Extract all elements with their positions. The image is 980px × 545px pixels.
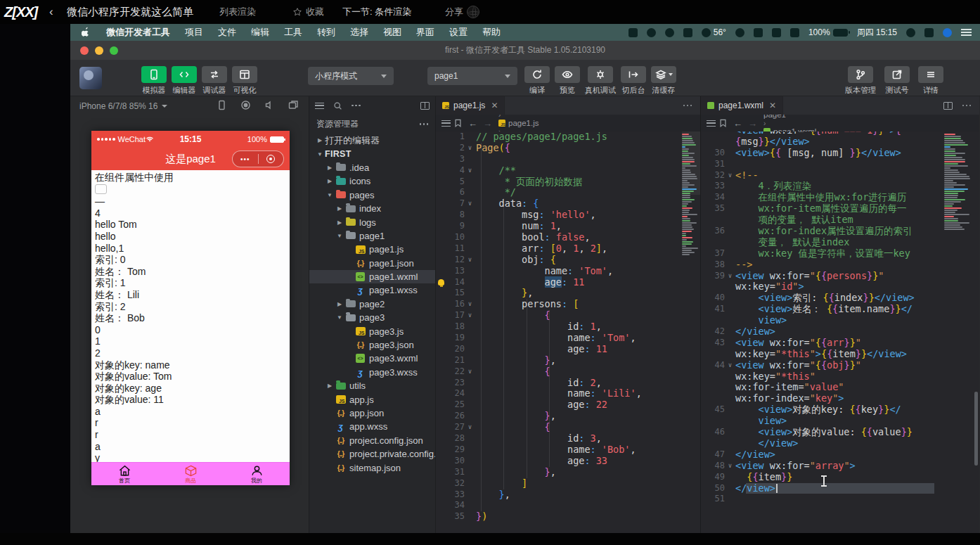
clock-item[interactable]: 周四 15:15 xyxy=(857,27,897,39)
bluetooth-icon[interactable] xyxy=(754,28,763,37)
fold-arrow-icon[interactable]: ∨ xyxy=(465,422,475,433)
user-avatar[interactable] xyxy=(79,67,102,89)
menu-bars-icon[interactable] xyxy=(315,103,324,109)
tree-item-index[interactable]: ▶index xyxy=(309,202,435,215)
tree-item-app.js[interactable]: JSapp.js xyxy=(309,392,435,406)
tree-item-sitemap.json[interactable]: {..}sitemap.json xyxy=(309,461,435,474)
checkbox[interactable] xyxy=(95,184,107,194)
split-editor-icon[interactable] xyxy=(420,102,430,110)
visual-button[interactable] xyxy=(232,66,257,83)
search-icon[interactable] xyxy=(333,101,342,110)
test-account-button[interactable] xyxy=(884,66,910,83)
breadcrumb-page1.js[interactable]: JSpage1.js xyxy=(498,119,539,127)
details-button[interactable] xyxy=(918,66,943,83)
tree-item-project.config.json[interactable]: {..}project.config.json xyxy=(309,434,435,447)
tree-item-page3.wxss[interactable]: ʒpage3.wxss xyxy=(309,366,435,379)
tree-item-logs[interactable]: ▶logs xyxy=(309,215,435,229)
volume-icon[interactable] xyxy=(790,28,799,37)
fold-arrow-icon[interactable]: ∨ xyxy=(725,461,735,472)
bookmark-icon[interactable] xyxy=(454,119,462,127)
qq-icon[interactable] xyxy=(647,28,656,37)
tree-item-utils[interactable]: ▶utils xyxy=(309,379,435,392)
split-editor-icon[interactable] xyxy=(943,102,953,110)
shottr-icon[interactable] xyxy=(924,28,934,37)
fold-arrow-icon[interactable]: ∨ xyxy=(725,360,735,371)
fold-arrow-icon[interactable]: ∨ xyxy=(465,310,475,321)
more-icon[interactable] xyxy=(683,105,692,107)
mode-select[interactable]: 小程序模式 xyxy=(308,67,394,85)
debugger-button[interactable] xyxy=(202,66,227,83)
tree-item-.idea[interactable]: ▶.idea xyxy=(309,161,435,174)
preview-button[interactable] xyxy=(555,66,580,83)
close-icon[interactable]: ✕ xyxy=(769,101,776,110)
share-button[interactable]: 分享 xyxy=(445,0,463,24)
tab-page1-js[interactable]: JS page1.js ✕ xyxy=(436,96,505,115)
back-arrow-icon[interactable]: ← xyxy=(733,118,742,129)
tree-item-page1.wxml[interactable]: <>page1.wxml xyxy=(309,270,435,283)
device-icon[interactable] xyxy=(217,100,227,113)
safari-icon[interactable] xyxy=(943,28,952,37)
minimap[interactable] xyxy=(944,134,972,230)
menu-item-文件[interactable]: 文件 xyxy=(218,26,236,39)
menu-item-项目[interactable]: 项目 xyxy=(185,26,203,39)
tree-item-project.private.config...[interactable]: {..}project.private.config... xyxy=(309,447,435,461)
windows-icon[interactable] xyxy=(288,100,299,113)
close-icon[interactable]: ✕ xyxy=(491,101,498,110)
tab-cube[interactable]: 商品 xyxy=(157,463,224,485)
more-button[interactable]: ••• xyxy=(233,155,258,163)
tree-item-app.wxss[interactable]: ʒapp.wxss xyxy=(309,420,435,433)
screen-record-icon[interactable] xyxy=(628,28,638,37)
scrollbar-thumb[interactable] xyxy=(974,392,978,466)
fold-arrow-icon[interactable]: ∨ xyxy=(465,198,475,210)
background-switch-button[interactable] xyxy=(621,66,646,83)
weather-icon[interactable]: 56° xyxy=(702,27,726,37)
back-arrow-icon[interactable]: ← xyxy=(468,118,477,129)
fold-arrow-icon[interactable]: ∨ xyxy=(725,271,735,282)
tree-item-打开的编辑器[interactable]: ▶打开的编辑器 xyxy=(309,134,435,147)
airdrop-icon[interactable] xyxy=(772,28,781,37)
close-minipage-button[interactable] xyxy=(259,155,284,163)
tree-item-page1.js[interactable]: JSpage1.js xyxy=(309,243,435,256)
tree-item-page1.json[interactable]: {..}page1.json xyxy=(309,257,435,270)
page-select[interactable]: page1 xyxy=(427,67,517,85)
menu-item-选择[interactable]: 选择 xyxy=(350,26,368,39)
menu-item-帮助[interactable]: 帮助 xyxy=(482,26,501,39)
menu-app-name[interactable]: 微信开发者工具 xyxy=(106,26,170,39)
lightbulb-icon[interactable] xyxy=(436,279,446,286)
apple-icon[interactable] xyxy=(82,27,91,38)
fold-arrow-icon[interactable]: ∨ xyxy=(465,299,475,310)
more-icon[interactable] xyxy=(962,105,972,107)
wxml-code-area[interactable]: <view wx:if="{{num === 1}}">{{msg}}</vie… xyxy=(701,132,979,533)
tab-home[interactable]: 首页 xyxy=(91,463,157,485)
back-chevron-icon[interactable]: ‹ xyxy=(49,0,53,24)
menu-item-视图[interactable]: 视图 xyxy=(383,26,401,39)
fold-arrow-icon[interactable]: ∨ xyxy=(465,165,475,177)
record-icon[interactable] xyxy=(240,100,251,113)
tree-item-app.json[interactable]: {..}app.json xyxy=(309,406,435,420)
spotlight-icon[interactable] xyxy=(906,28,915,37)
js-code-area[interactable]: 1// pages/page1/page1.js2∨Page({34∨ /**5… xyxy=(436,132,700,533)
tab-person[interactable]: 我的 xyxy=(224,463,290,485)
more-icon[interactable] xyxy=(420,123,429,125)
wxml-editor[interactable]: page1.wxml ✕ ←→ pages › page1 › page1.wx… xyxy=(701,96,979,533)
outline-icon[interactable] xyxy=(441,120,451,127)
version-control-button[interactable] xyxy=(848,66,873,83)
menu-item-转到[interactable]: 转到 xyxy=(317,26,335,39)
tab-page1-wxml[interactable]: page1.wxml ✕ xyxy=(701,96,783,115)
menu-item-界面[interactable]: 界面 xyxy=(416,26,434,39)
tree-item-page2[interactable]: ▶page2 xyxy=(309,297,435,311)
menu-item-设置[interactable]: 设置 xyxy=(449,26,468,39)
tree-item-icons[interactable]: ▶icons xyxy=(309,174,435,188)
tree-item-page3.wxml[interactable]: <>page3.wxml xyxy=(309,352,435,365)
battery-icon[interactable]: 100% xyxy=(808,27,848,37)
tree-item-page3[interactable]: ▼page3 xyxy=(309,311,435,324)
photos-icon[interactable] xyxy=(683,28,692,37)
tree-item-page3.json[interactable]: {..}page3.json xyxy=(309,338,435,352)
device-selector[interactable]: iPhone 6/7/8 85% 16 xyxy=(79,101,157,111)
next-lesson-button[interactable]: 下一节: 条件渲染 xyxy=(342,0,411,24)
favorite-button[interactable]: 收藏 xyxy=(292,0,324,24)
outline-icon[interactable] xyxy=(707,120,716,127)
menu-item-编辑[interactable]: 编辑 xyxy=(251,26,269,39)
mute-icon[interactable] xyxy=(264,100,275,113)
clear-cache-button[interactable] xyxy=(651,66,676,83)
